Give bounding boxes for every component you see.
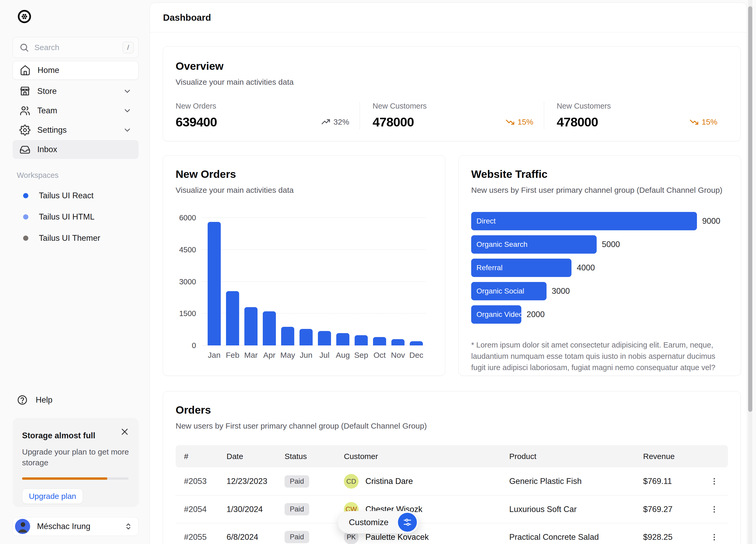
traffic-bar-label: Organic Social <box>471 287 524 295</box>
table-row: #205312/23/2023PaidCDCristina DareGeneri… <box>176 467 728 495</box>
traffic-row-referral: Referral4000 <box>471 259 728 277</box>
order-id: #2055 <box>176 532 227 542</box>
search-shortcut-key: / <box>123 42 134 53</box>
gridline <box>202 281 426 282</box>
x-axis-tick: Jan <box>205 351 223 359</box>
order-date: 12/23/2023 <box>227 477 285 486</box>
gear-icon <box>19 125 30 136</box>
storage-alert-card: Storage almost full Upgrade your plan to… <box>13 418 139 507</box>
traffic-bar-label: Organic Video <box>471 310 523 319</box>
website-traffic-chart: Direct9000Organic Search5000Referral4000… <box>471 212 728 324</box>
search-placeholder: Search <box>34 43 123 52</box>
bar-feb <box>226 291 239 345</box>
sidebar-item-settings[interactable]: Settings <box>13 121 139 140</box>
bar-sep <box>355 335 368 345</box>
workspace-item-tailus-ui-themer[interactable]: Tailus UI Themer <box>17 232 132 245</box>
order-product: Generic Plastic Fish <box>509 477 643 486</box>
app-logo-icon[interactable] <box>17 9 32 24</box>
workspace-item-tailus-ui-react[interactable]: Tailus UI React <box>17 189 132 202</box>
customer-cell: CDCristina Dare <box>344 474 509 489</box>
website-traffic-card: Website Traffic New users by First user … <box>458 155 741 376</box>
customize-sliders-icon[interactable] <box>398 513 417 532</box>
upgrade-plan-button[interactable]: Upgrade plan <box>22 489 83 504</box>
sidebar-item-team[interactable]: Team <box>13 101 139 120</box>
chevron-down-icon <box>123 106 132 115</box>
traffic-row-direct: Direct9000 <box>471 212 728 230</box>
storage-description: Upgrade your plan to get more storage <box>22 447 130 468</box>
bar-jan <box>208 222 221 345</box>
inbox-icon <box>19 144 30 155</box>
x-axis-tick: Jun <box>297 351 315 359</box>
workspace-item-tailus-ui-html[interactable]: Tailus UI HTML <box>17 211 132 223</box>
status-badge: Paid <box>285 531 309 543</box>
bar-aug <box>336 333 349 345</box>
traffic-row-organic-social: Organic Social3000 <box>471 282 728 300</box>
status-badge: Paid <box>285 503 309 515</box>
orders-card: Orders New users by First user primary c… <box>163 391 741 544</box>
bar-nov <box>391 339 405 345</box>
col-product: Product <box>509 452 643 461</box>
order-date: 6/8/2024 <box>227 532 285 542</box>
new-orders-subtitle: Visualize your main activities data <box>176 186 432 195</box>
trend-down-indicator: 15% <box>689 117 717 127</box>
x-axis-tick: Nov <box>389 351 407 359</box>
stat-new-customers-2: New Customers 478000 15% <box>544 102 728 129</box>
row-actions-kebab-icon[interactable] <box>707 502 722 517</box>
store-icon <box>19 86 30 97</box>
customer-name: Paulette Kovacek <box>365 532 429 542</box>
sidebar-item-label: Inbox <box>37 145 132 154</box>
traffic-bar: Organic Social <box>471 282 547 300</box>
customer-name: Cristina Dare <box>365 477 413 486</box>
overview-subtitle: Visualize your main activities data <box>176 78 728 87</box>
x-axis-tick: Dec <box>407 351 426 359</box>
col-status: Status <box>285 452 344 461</box>
traffic-bar-label: Referral <box>471 264 503 272</box>
traffic-bar: Organic Video <box>471 305 521 324</box>
bar-jun <box>300 329 313 345</box>
col-date: Date <box>227 452 285 461</box>
order-product: Luxurious Soft Car <box>509 505 643 514</box>
website-traffic-title: Website Traffic <box>471 168 728 181</box>
overview-stats: New Orders 639400 32% New Customers 4780… <box>176 102 728 129</box>
x-axis-tick: Apr <box>260 351 279 359</box>
table-row: #20541/30/2024PaidCWChester WisozkLuxuri… <box>176 495 728 523</box>
traffic-row-organic-video: Organic Video2000 <box>471 305 728 324</box>
sidebar: Search / Home Store Team Settings <box>0 0 150 544</box>
order-status-cell: Paid <box>285 531 344 543</box>
scrollbar-thumb[interactable] <box>748 6 752 412</box>
website-traffic-subtitle: New users by First user primary channel … <box>471 186 728 195</box>
sidebar-item-inbox[interactable]: Inbox <box>13 140 139 159</box>
customize-button[interactable]: Customize <box>338 511 419 534</box>
y-axis-tick: 6000 <box>176 214 196 222</box>
row-actions-kebab-icon[interactable] <box>707 530 722 544</box>
traffic-bar: Organic Search <box>471 235 597 254</box>
account-switcher[interactable]: Méschac Irung <box>13 517 139 536</box>
order-status-cell: Paid <box>285 503 344 515</box>
customize-label: Customize <box>349 517 398 527</box>
bar-may <box>281 327 294 345</box>
order-revenue: $769.11 <box>643 477 701 486</box>
sidebar-item-help[interactable]: Help <box>17 393 96 407</box>
x-axis-tick: Aug <box>334 351 352 359</box>
row-actions-kebab-icon[interactable] <box>707 474 722 489</box>
sidebar-item-store[interactable]: Store <box>13 82 139 101</box>
trend-up-indicator: 32% <box>321 117 349 127</box>
search-input[interactable]: Search / <box>13 37 139 58</box>
storage-progress-fill <box>22 477 107 480</box>
storage-progress-bar <box>22 477 129 480</box>
page-title: Dashboard <box>163 12 211 23</box>
traffic-footnote: * Lorem ipsum dolor sit amet consectetur… <box>471 339 725 373</box>
y-axis-tick: 1500 <box>176 309 196 318</box>
x-axis-tick: May <box>279 351 297 359</box>
traffic-bar: Direct <box>471 212 697 230</box>
traffic-bar-value: 4000 <box>577 263 595 272</box>
sidebar-item-home[interactable]: Home <box>13 61 139 80</box>
x-axis-tick: Sep <box>352 351 370 359</box>
new-orders-title: New Orders <box>176 168 432 181</box>
col-customer: Customer <box>344 452 509 461</box>
traffic-bar-value: 3000 <box>552 286 570 296</box>
close-icon[interactable] <box>120 427 129 436</box>
traffic-bar-value: 5000 <box>602 240 620 249</box>
order-date: 1/30/2024 <box>227 505 285 514</box>
orders-title: Orders <box>176 404 728 416</box>
